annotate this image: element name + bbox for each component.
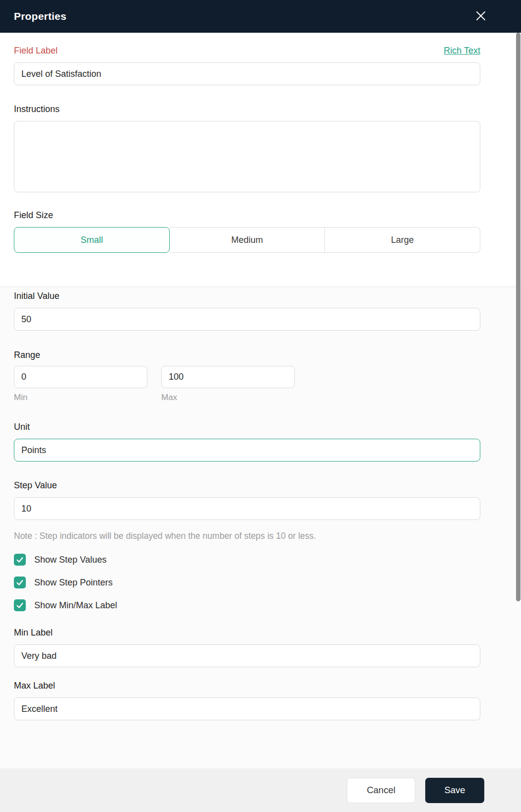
field-size-option-large[interactable]: Large (325, 227, 480, 253)
max-label-label: Max Label (14, 681, 480, 691)
panel-footer: Cancel Save (0, 768, 521, 812)
range-min-input[interactable] (14, 366, 147, 388)
rich-text-link[interactable]: Rich Text (444, 46, 480, 56)
step-note: Note : Step indicators will be displayed… (14, 530, 480, 541)
range-label: Range (14, 350, 480, 360)
save-button[interactable]: Save (425, 778, 484, 803)
show-step-values-checkbox[interactable]: Show Step Values (14, 554, 480, 566)
close-icon (474, 9, 487, 24)
show-step-pointers-checkbox[interactable]: Show Step Pointers (14, 577, 480, 588)
initial-value-label: Initial Value (14, 291, 480, 301)
unit-input[interactable] (14, 439, 480, 462)
checkbox-checked-icon (14, 554, 26, 566)
checkbox-checked-icon (14, 577, 26, 588)
show-minmax-label-checkbox[interactable]: Show Min/Max Label (14, 599, 480, 611)
properties-panel: Properties Field Label Rich Text Instruc… (0, 0, 521, 812)
checkbox-label: Show Min/Max Label (34, 600, 117, 611)
min-label-label: Min Label (14, 628, 480, 638)
section-general: Field Label Rich Text Instructions Field… (0, 33, 521, 287)
checkbox-checked-icon (14, 599, 26, 611)
range-max-caption: Max (161, 393, 295, 403)
max-label-input[interactable] (14, 697, 480, 720)
checkbox-label: Show Step Pointers (34, 578, 113, 588)
field-size-option-medium[interactable]: Medium (170, 227, 325, 253)
range-max-input[interactable] (161, 366, 295, 388)
panel-header: Properties (0, 0, 521, 33)
step-value-label: Step Value (14, 480, 480, 491)
field-label-input[interactable] (14, 62, 480, 85)
vertical-scrollbar[interactable] (516, 33, 521, 601)
field-size-segmented-control: Small Medium Large (14, 227, 480, 253)
panel-title: Properties (14, 10, 66, 22)
cancel-button[interactable]: Cancel (347, 778, 415, 803)
step-value-input[interactable] (14, 497, 480, 520)
panel-content: Field Label Rich Text Instructions Field… (0, 33, 521, 768)
range-min-caption: Min (14, 393, 147, 403)
checkbox-label: Show Step Values (34, 555, 107, 565)
section-slider-settings: Initial Value Range Min Max Unit Step Va… (0, 287, 521, 768)
unit-label: Unit (14, 422, 480, 432)
initial-value-input[interactable] (14, 308, 480, 331)
field-size-option-small[interactable]: Small (14, 227, 170, 253)
field-label-label: Field Label (14, 46, 58, 56)
instructions-label: Instructions (14, 104, 480, 115)
min-label-input[interactable] (14, 644, 480, 667)
instructions-textarea[interactable] (14, 121, 480, 192)
close-button[interactable] (472, 8, 489, 25)
field-size-label: Field Size (14, 210, 480, 221)
